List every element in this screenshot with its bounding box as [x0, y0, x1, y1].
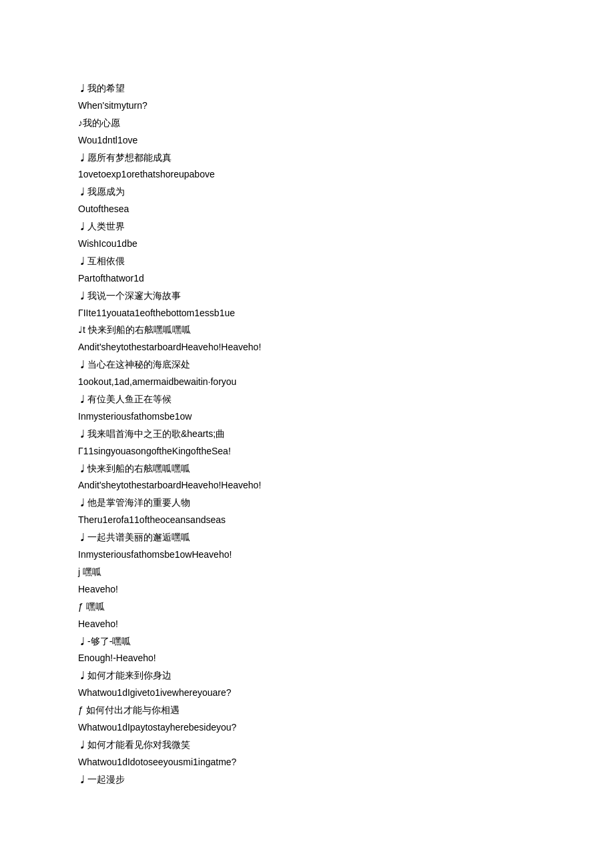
lyric-line: ♪我的心愿	[78, 115, 536, 132]
lyric-line: Partofthatwor1d	[78, 270, 536, 288]
lyric-line: ♩如何才能来到你身边	[78, 667, 536, 685]
lyric-line: ♩-够了-嘿呱	[78, 633, 536, 650]
lyric-line: ♩当心在这神秘的海底深处	[78, 356, 536, 374]
lyric-line: ♩愿所有梦想都能成真	[78, 149, 536, 167]
lyric-line: ♩一起漫步	[78, 771, 536, 789]
lyric-line: ♩快来到船的右舷嘿呱嘿呱	[78, 460, 536, 478]
lyric-line: Inmysteriousfathomsbe1owHeaveho!	[78, 546, 536, 564]
lyric-line: ♩他是掌管海洋的重要人物	[78, 494, 536, 512]
lyric-line: Heaveho!	[78, 581, 536, 598]
lyric-line: WishIcou1dbe	[78, 236, 536, 253]
lyric-line: Andit'sheytothestarboardHeaveho!Heaveho!	[78, 477, 536, 494]
lyric-line: ♩互相依偎	[78, 253, 536, 270]
lyric-line: Γ11singyouasongoftheKingoftheSea!	[78, 443, 536, 460]
main-content: ♩我的希望When'sitmyturn?♪我的心愿Wou1dntl1ove♩愿所…	[0, 0, 614, 829]
lyric-line: ♩我来唱首海中之王的歌&hearts;曲	[78, 426, 536, 443]
lyric-line: Inmysteriousfathomsbe1ow	[78, 408, 536, 426]
lyric-line: When'sitmyturn?	[78, 97, 536, 115]
lyric-line: ƒ 如何付出才能与你相遇	[78, 702, 536, 719]
lyric-line: Whatwou1dIgiveto1ivewhereyouare?	[78, 685, 536, 702]
lyric-line: Theru1erofa11oftheoceansandseas	[78, 512, 536, 529]
lyric-line: Wou1dntl1ove	[78, 132, 536, 149]
lyric-line: ♩我的希望	[78, 80, 536, 97]
lyric-line: Outofthesea	[78, 201, 536, 218]
lyric-line: ♩一起共谱美丽的邂逅嘿呱	[78, 529, 536, 546]
lyric-line: ♩我说一个深邃大海故事	[78, 288, 536, 305]
lyric-line: Enough!-Heaveho!	[78, 650, 536, 667]
lyric-line: Whatwou1dIpaytostayherebesideyou?	[78, 719, 536, 737]
lyric-line: ♩人类世界	[78, 218, 536, 236]
lyric-line: Whatwou1dIdotoseeyousmi1ingatme?	[78, 754, 536, 771]
lyric-line: Heaveho!	[78, 616, 536, 633]
lyric-line: ♩t 快来到船的右舷嘿呱嘿呱	[78, 322, 536, 339]
lyric-line: ♩我愿成为	[78, 183, 536, 201]
lyric-line: ΓΙΙte11youata1eofthebottom1essb1ue	[78, 305, 536, 322]
lyric-line: 1ookout,1ad,amermaidbewaitin·foryou	[78, 374, 536, 391]
lyric-line: 1ovetoexp1orethatshoreupabove	[78, 166, 536, 183]
lyric-line: Andit'sheytothestarboardHeaveho!Heaveho!	[78, 339, 536, 356]
lyric-line: j 嘿呱	[78, 564, 536, 581]
lyric-line: ♩有位美人鱼正在等候	[78, 391, 536, 408]
lyric-line: ♩如何才能看见你对我微笑	[78, 737, 536, 754]
lyric-line: ƒ 嘿呱	[78, 598, 536, 616]
